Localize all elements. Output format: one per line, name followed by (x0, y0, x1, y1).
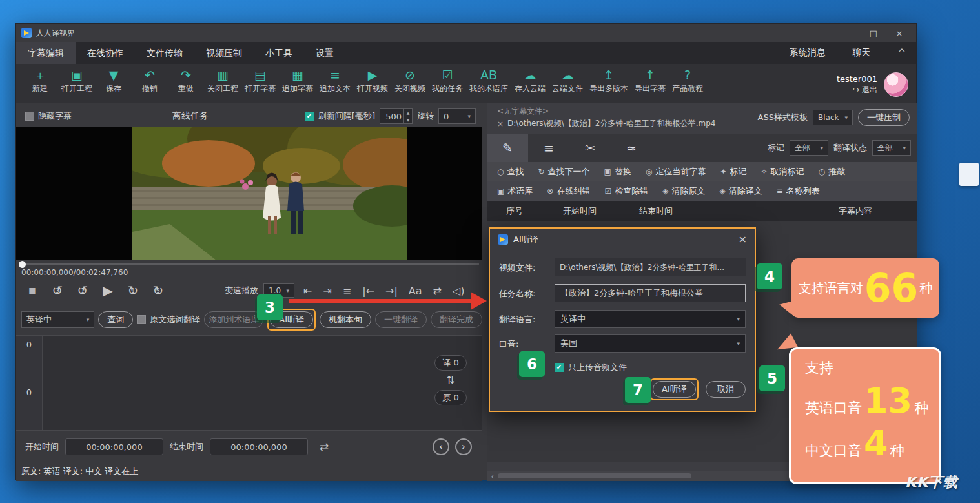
merge-next-icon[interactable]: ⇥ (323, 285, 331, 297)
toolbar-export-multi[interactable]: ↥导出多版本 (587, 67, 631, 103)
lookup-button[interactable]: 查词 (98, 311, 133, 328)
desktop-icon[interactable] (959, 163, 979, 186)
one-key-translate-button[interactable]: 一键翻译 (375, 311, 427, 328)
snap-end-icon[interactable]: →| (385, 285, 398, 297)
spin-down-icon[interactable]: ▼ (404, 116, 412, 123)
minimize-button[interactable]: – (836, 26, 859, 40)
dialog-cancel-button[interactable]: 取消 (706, 381, 746, 398)
action-check-error[interactable]: ☑检查除错 (604, 185, 648, 197)
spinner[interactable]: ▲ ▼ (403, 109, 412, 123)
toolbar-my-glossary[interactable]: AB我的术语库 (467, 67, 511, 103)
chat-menu[interactable]: 聊天 (852, 47, 870, 59)
dialog-ai-button[interactable]: AI听译 (653, 381, 696, 398)
maximize-button[interactable]: □ (862, 26, 885, 40)
spin-up-icon[interactable]: ▲ (404, 109, 412, 116)
action-online-correct[interactable]: ⊗在线纠错 (547, 185, 590, 197)
toolbar-cloud-files[interactable]: ☁云端文件 (549, 67, 586, 103)
tab-edit-pencil[interactable]: ✎ (487, 134, 528, 162)
refresh-interval-input[interactable]: 500 ▲ ▼ (380, 108, 413, 124)
toolbar-tutorial[interactable]: ?产品教程 (669, 67, 706, 103)
end-time-input[interactable]: 00:00:00,000 (210, 438, 308, 455)
toolbar-append-text[interactable]: ≡追加文本 (317, 67, 353, 103)
toolbar-export-subtitle[interactable]: ↑导出字幕 (632, 67, 668, 103)
swap-lines-icon[interactable]: ⇄ (433, 285, 442, 297)
action-search[interactable]: ○查找 (497, 166, 524, 178)
player-seek-back-1-button[interactable]: ↺1 (76, 283, 90, 298)
menu-item-3[interactable]: 文件传输 (135, 42, 194, 64)
video-area[interactable] (16, 127, 482, 260)
player-play-button[interactable]: ▶ (101, 283, 115, 298)
align-subtitle-icon[interactable]: ≡ (343, 285, 351, 297)
start-time-input[interactable]: 00:00:00,000 (65, 438, 163, 455)
close-file-icon[interactable]: × (497, 119, 504, 128)
offline-task-label[interactable]: 离线任务 (172, 110, 209, 122)
action-locate-current[interactable]: ◎定位当前字幕 (646, 166, 706, 178)
menu-item-2[interactable]: 在线协作 (76, 42, 135, 64)
hide-subtitle-checkbox[interactable] (25, 112, 34, 121)
toolbar-undo[interactable]: ↶撤销 (132, 67, 167, 103)
action-unmark[interactable]: ✧取消标记 (761, 166, 804, 178)
direction-select[interactable]: 英译中 ▾ (21, 311, 94, 328)
merge-prev-icon[interactable]: ⇤ (303, 285, 312, 297)
toolbar-open-project[interactable]: ▣打开工程 (59, 67, 95, 103)
toolbar-open-video[interactable]: ▶打开视频 (354, 67, 391, 103)
next-subtitle-button[interactable]: › (455, 438, 472, 455)
swap-rows-icon[interactable]: ⇅ (446, 375, 454, 385)
action-find-next[interactable]: ↻查找下一个 (538, 166, 589, 178)
player-stop-button[interactable]: ■ (25, 283, 39, 298)
task-name-input[interactable]: 【政治】2分多钟-哈里王子和梅根公举 (555, 284, 746, 302)
subtitle-edit-area[interactable]: 00 译 0 ⇅ 原 0 (16, 335, 482, 431)
tab-list[interactable]: ≡ (528, 134, 569, 162)
menu-item-4[interactable]: 视频压制 (194, 42, 254, 64)
player-seek-forward-1-button[interactable]: ↻1 (126, 283, 140, 298)
tab-tools[interactable]: ✂ (569, 134, 611, 162)
action-replace[interactable]: ▣替换 (604, 166, 631, 178)
menu-item-6[interactable]: 设置 (304, 42, 345, 64)
one-key-press-button[interactable]: 一键压制 (858, 109, 910, 126)
menu-item-5[interactable]: 小工具 (254, 42, 304, 64)
system-message-menu[interactable]: 系统消息 (789, 47, 825, 59)
mark-filter-select[interactable]: 全部 ▾ (790, 140, 828, 156)
select-word-translate-checkbox[interactable] (137, 315, 146, 324)
audio-only-checkbox[interactable]: ✔ (555, 363, 564, 372)
action-clear-translation[interactable]: ◈清除译文 (719, 185, 762, 197)
scroll-left-icon[interactable]: ‹ (487, 472, 498, 480)
translate-status-select[interactable]: 全部 ▾ (872, 140, 911, 156)
avatar[interactable] (884, 72, 908, 97)
seek-handle[interactable] (19, 261, 26, 268)
menu-item-1[interactable]: 字幕编辑 (16, 42, 76, 64)
toolbar-append-subtitle[interactable]: ▦追加字幕 (280, 67, 316, 103)
action-polish[interactable]: ◷推敲 (819, 166, 845, 178)
toolbar-open-subtitle[interactable]: ▤打开字幕 (242, 67, 278, 103)
add-to-glossary-button[interactable]: 添加到术语库 (204, 311, 263, 328)
volume-icon[interactable]: ◁) (453, 285, 465, 297)
toolbar-close-video[interactable]: ⊘关闭视频 (392, 67, 428, 103)
prev-subtitle-button[interactable]: ‹ (433, 438, 449, 455)
loop-icon[interactable]: ⇄ (320, 440, 329, 453)
accent-select[interactable]: 美国 ▾ (555, 334, 746, 353)
action-clear-source[interactable]: ◈清除原文 (662, 185, 705, 197)
toolbar-save[interactable]: ▼保存 (96, 67, 131, 103)
action-name-list[interactable]: ≡名称列表 (777, 185, 820, 197)
scroll-thumb[interactable] (498, 473, 691, 478)
toolbar-new-file[interactable]: ＋新建 (23, 67, 57, 103)
ass-template-select[interactable]: Black ▾ (813, 110, 853, 125)
player-seek-back-3-button[interactable]: ↺3 (50, 283, 65, 298)
seek-bar[interactable] (16, 260, 482, 268)
dialog-title-bar[interactable]: AI听译 × (490, 229, 755, 251)
language-select[interactable]: 英译中 ▾ (555, 310, 746, 328)
translate-done-button[interactable]: 翻译完成 (431, 311, 482, 328)
mt-sentence-button[interactable]: 机翻本句 (320, 311, 371, 328)
refresh-interval-checkbox[interactable]: ✔ (305, 112, 314, 121)
close-button[interactable]: × (888, 26, 911, 40)
action-mark[interactable]: ✦标记 (720, 166, 746, 178)
player-seek-forward-3-button[interactable]: ↻3 (151, 283, 165, 298)
font-size-icon[interactable]: Aa (409, 285, 422, 297)
toolbar-close-project[interactable]: ▥关闭工程 (205, 67, 241, 103)
toolbar-save-to-cloud[interactable]: ☁存入云端 (512, 67, 548, 103)
tab-wave[interactable]: ≈ (611, 134, 652, 162)
dialog-close-icon[interactable]: × (739, 234, 747, 245)
snap-start-icon[interactable]: |← (362, 285, 374, 297)
rotate-select[interactable]: 0 ▾ (438, 108, 476, 124)
action-glossary[interactable]: ▣术语库 (497, 185, 533, 197)
